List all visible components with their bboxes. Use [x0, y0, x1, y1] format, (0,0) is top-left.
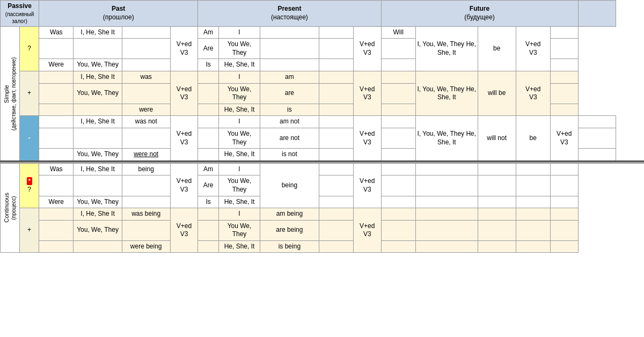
cont-pres-ved-q: V+ed V3 [353, 163, 381, 208]
continuous-section-label: Continuous (процесс) [1, 163, 20, 253]
cont-fut-empty9 [381, 196, 415, 208]
was-not-label: was not [135, 118, 157, 125]
am-being-label: am being [276, 210, 303, 217]
cont-are: Are [203, 181, 214, 189]
are-label: Are [203, 45, 214, 52]
am-label: Am [203, 28, 213, 36]
cont-end-cell1 [550, 163, 578, 175]
passive-sublabel: (пассивный залог) [2, 11, 38, 25]
cont-pres-subj1-p: I [218, 208, 260, 221]
cont-fut-empty-p2 [415, 208, 478, 221]
pres-subj1-q: I [218, 26, 260, 39]
pres-aux2-q [319, 26, 353, 39]
passive-header: Passive (пассивный залог) [1, 1, 39, 27]
cont-pos-pres-ved: V+ed V3 [360, 222, 375, 238]
continuous-sublabel-text: (процесс) [11, 196, 17, 219]
fut-will2-q2 [381, 39, 415, 59]
past-ved-q: V+ed V3 [170, 26, 198, 71]
cont-pres-empty-p6 [319, 240, 353, 253]
question-symbol: ? [27, 45, 31, 52]
cont-past-subj3-p [39, 240, 74, 253]
future-label: Future [383, 5, 577, 13]
fut-subj: I, You, We, They He, She, It [418, 40, 477, 56]
past-subj1-p [39, 71, 74, 83]
scroll-indicator [578, 1, 616, 27]
past-subj2-p [39, 83, 74, 104]
cont-end-cell-p3 [550, 240, 578, 253]
fut-subjects-p: I, You, We, They He, She, It [415, 71, 478, 115]
past-subj3-p [39, 104, 74, 116]
cont-fut-empty-p12 [516, 240, 550, 253]
cont-pres-empty-p1 [198, 208, 219, 221]
future-header: Future (будущее) [381, 1, 578, 27]
cont-end-cell2 [550, 175, 578, 196]
pres-is-p: is [260, 104, 319, 116]
past-were-p [122, 83, 170, 104]
cont-pres-am-being-p: am being [260, 208, 319, 221]
pres-is-q3: Is [198, 59, 219, 71]
simple-section-label: Simple (действие, факт, повторение) [1, 26, 20, 161]
cont-past-ved-p: V+ed V3 [170, 208, 198, 253]
pres-empty-n3 [198, 128, 219, 148]
cont-pos-pres-subj3: He, She, It [224, 243, 255, 250]
pres-ved-p: V+ed V3 [353, 71, 381, 115]
pres-subj3-n: He, She, It [218, 149, 260, 162]
cont-past-aux2 [122, 175, 170, 196]
pos-was: was [141, 73, 152, 80]
fut-ved-v3: V+ed V3 [525, 40, 540, 56]
past-empty-n [122, 128, 170, 148]
neg-be-label: be [530, 134, 537, 142]
cont-fut-empty1 [381, 163, 415, 175]
pres-empty-p3 [198, 83, 219, 104]
cont-plus-symbol: + [27, 226, 31, 233]
cont-is: Is [206, 198, 210, 206]
minus-symbol: - [28, 134, 31, 142]
will-not-label: will not [487, 134, 507, 142]
fut-be-n: be [516, 116, 550, 161]
pres-empty-n4 [319, 128, 353, 148]
minus-marker-simple: - [20, 116, 39, 161]
cont-past-being-q: being [122, 163, 170, 175]
pres-aux4-q2 [319, 39, 353, 59]
was-being-label: was being [131, 210, 160, 217]
cont-fut-empty10 [415, 196, 478, 208]
cont-end-cell-p2 [550, 220, 578, 240]
cont-past-subj3-q3: You, We, They [74, 196, 122, 208]
cont-fut-empty-p8 [516, 220, 550, 240]
pres-subj2-q2: You We, They [218, 39, 260, 59]
question-marker-cont: * ? [20, 163, 39, 208]
cont-were: Were [49, 198, 64, 206]
were-label: Were [49, 61, 64, 68]
cont-past-subj2-q2 [74, 175, 122, 196]
cont-past-was-being-p: was being [122, 208, 170, 221]
pres-are-not-n: are not [260, 128, 319, 148]
pos-pres-subj2: You We, They [228, 85, 252, 101]
pos-subj1: I, He, She It [80, 73, 114, 80]
past-subj1-q: I, He, She It [74, 26, 122, 39]
pos-pres-subj3: He, She, It [224, 106, 255, 113]
fut-will-q: Will [381, 26, 415, 39]
will-label: Will [393, 28, 404, 36]
cont-pres-are-being-p: are being [260, 220, 319, 240]
were-not-label: were not [134, 150, 158, 158]
simple-sublabel-text: (действие, факт, повторение) [11, 57, 17, 130]
cont-past-were-q3: Were [39, 196, 74, 208]
past-subj2-q2 [74, 39, 122, 59]
fut-will-not-n: will not [478, 116, 516, 161]
cont-pres-subj3-q3: He, She, It [218, 196, 260, 208]
cont-fut-empty-p3 [478, 208, 516, 221]
cont-fut-empty-p9 [381, 240, 415, 253]
pos-is: is [287, 106, 292, 113]
pres-ved-v3: V+ed V3 [360, 40, 375, 56]
cont-pres-subj2-p: You We, They [218, 220, 260, 240]
end-cell-n1 [578, 116, 616, 128]
cont-pos-ved: V+ed V3 [177, 222, 192, 238]
cont-past-subj2-p-text: You, We, They [74, 220, 122, 240]
cont-pres-empty1 [319, 163, 353, 175]
end-cell-n2 [578, 128, 616, 148]
pres-ved-q: V+ed V3 [353, 26, 381, 71]
cont-fut-empty4 [516, 163, 550, 175]
pres-empty-p5 [198, 104, 219, 116]
pres-subj3: He, She, It [224, 61, 255, 68]
present-header: Present (настоящее) [198, 1, 381, 27]
